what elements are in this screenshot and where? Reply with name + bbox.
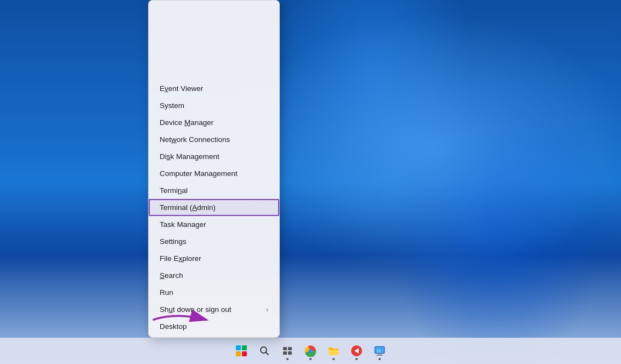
menu-item-settings[interactable]: Settings <box>149 233 279 250</box>
search-taskbar-button[interactable] <box>253 340 275 362</box>
svg-point-9 <box>309 349 313 353</box>
taskbar-dot <box>332 358 335 360</box>
search-icon <box>259 345 270 356</box>
menu-item-terminal-admin[interactable]: Terminal (Admin) <box>149 199 279 216</box>
context-menu: Event Viewer System Device Manager Netwo… <box>148 0 280 338</box>
svg-rect-3 <box>283 347 287 350</box>
app5-button[interactable] <box>346 340 368 362</box>
menu-item-run[interactable]: Run <box>149 284 279 301</box>
file-explorer-icon <box>328 345 340 357</box>
file-explorer-button[interactable] <box>323 340 345 362</box>
menu-item-label: Task Manager <box>160 220 206 229</box>
menu-item-label: Terminal (Admin) <box>160 203 216 212</box>
submenu-arrow-icon: › <box>266 306 268 314</box>
svg-rect-5 <box>283 351 287 355</box>
taskbar-dot <box>355 358 358 360</box>
taskbar-dot <box>379 358 381 360</box>
desktop-wallpaper <box>0 0 621 364</box>
arrow-annotation <box>148 306 214 334</box>
svg-rect-11 <box>329 350 338 355</box>
menu-item-label: Network Connections <box>160 135 230 144</box>
desktop-background <box>0 0 621 364</box>
windows-logo-icon <box>236 345 247 356</box>
taskbar-dot <box>309 358 312 360</box>
chrome-button[interactable] <box>300 340 321 362</box>
menu-item-label: Settings <box>160 237 187 246</box>
chrome-icon <box>304 345 317 357</box>
app6-icon: || | <box>374 345 386 357</box>
taskbar: || | <box>0 338 621 364</box>
menu-item-label: System <box>160 101 184 110</box>
taskbar-dot <box>286 358 289 360</box>
menu-item-label: Disk Management <box>160 152 219 161</box>
menu-item-system[interactable]: System <box>149 97 279 114</box>
task-view-icon <box>282 345 293 356</box>
menu-item-event-viewer[interactable]: Event Viewer <box>149 80 279 97</box>
app5-icon <box>351 345 363 357</box>
menu-item-label: File Explorer <box>160 254 201 263</box>
svg-rect-16 <box>376 355 383 356</box>
menu-item-terminal[interactable]: Terminal <box>149 182 279 199</box>
menu-item-label: Terminal <box>160 186 188 195</box>
menu-item-network-connections[interactable]: Network Connections <box>149 131 279 148</box>
svg-rect-4 <box>288 347 292 350</box>
svg-line-2 <box>266 352 269 355</box>
menu-item-label: Run <box>160 288 173 297</box>
menu-item-label: Event Viewer <box>160 84 203 93</box>
taskbar-icon-group: || | <box>230 340 391 362</box>
app6-button[interactable]: || | <box>369 340 391 362</box>
menu-item-file-explorer[interactable]: File Explorer <box>149 250 279 267</box>
svg-text:|: | <box>379 349 381 353</box>
arrow-icon <box>148 306 214 334</box>
svg-rect-15 <box>377 354 382 355</box>
menu-item-computer-management[interactable]: Computer Management <box>149 165 279 182</box>
svg-rect-6 <box>288 351 292 355</box>
menu-item-task-manager[interactable]: Task Manager <box>149 216 279 233</box>
menu-item-disk-management[interactable]: Disk Management <box>149 148 279 165</box>
menu-item-label: Device Manager <box>160 118 213 127</box>
start-button[interactable] <box>230 340 252 362</box>
menu-item-label: Search <box>160 271 183 280</box>
menu-item-label: Computer Management <box>160 169 238 178</box>
task-view-button[interactable] <box>276 340 298 362</box>
menu-item-search[interactable]: Search <box>149 267 279 284</box>
menu-item-device-manager[interactable]: Device Manager <box>149 114 279 131</box>
